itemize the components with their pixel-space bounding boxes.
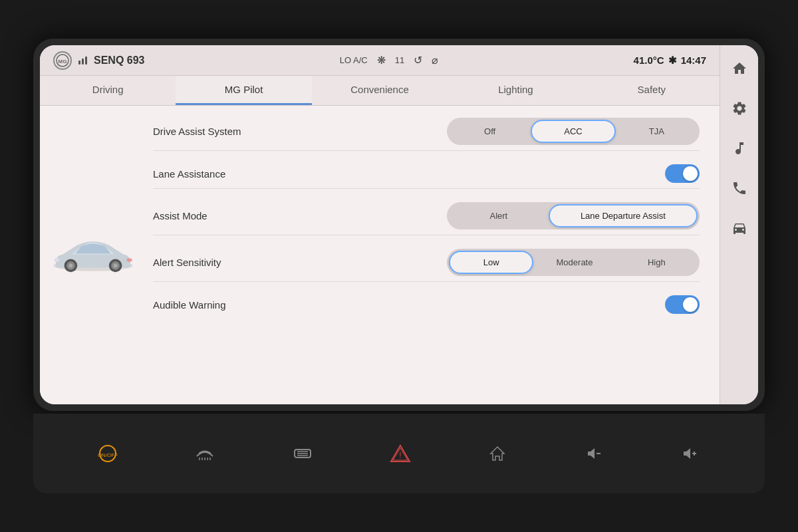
drive-assist-acc[interactable]: ACC (531, 120, 615, 143)
svg-text:MG: MG (59, 59, 67, 65)
car-icon (732, 220, 747, 236)
toggle-knob (683, 166, 698, 181)
home-phys-btn[interactable] (487, 444, 507, 464)
status-center: LO A/C ❋ 11 ↺ ⌀ (340, 54, 438, 66)
app-logo: MG (53, 51, 72, 70)
alert-sensitivity-group: Low Moderate High (447, 249, 700, 276)
content-area: Drive Assist System Off ACC TJA Lane Ass… (40, 106, 720, 404)
phone-icon (732, 180, 747, 196)
drive-assist-group: Off ACC TJA (447, 118, 700, 145)
audible-warning-label: Audible Warning (153, 299, 273, 311)
defrost-front-icon (194, 443, 215, 464)
audible-warning-toggle[interactable] (665, 295, 700, 314)
fan-speed: 11 (395, 55, 404, 65)
svg-point-9 (54, 258, 59, 262)
alert-moderate[interactable]: Moderate (533, 251, 615, 274)
svg-text:ON/OFF: ON/OFF (98, 452, 118, 458)
assist-mode-lda[interactable]: Lane Departure Assist (549, 204, 698, 227)
defrost-rear-btn[interactable] (292, 443, 313, 464)
alert-low[interactable]: Low (449, 251, 533, 274)
assist-mode-label: Assist Mode (153, 210, 273, 221)
recirculate-icon: ↺ (414, 54, 422, 66)
settings-panel: Drive Assist System Off ACC TJA Lane Ass… (146, 106, 720, 404)
status-bar: MG SENQ 693 LO A/C ❋ 11 ↺ ⌀ (40, 45, 720, 76)
home-icon (732, 61, 747, 76)
svg-point-8 (114, 263, 118, 267)
tab-bar: Driving MG Pilot Convenience Lighting Sa… (40, 76, 720, 106)
home-phys-icon (487, 444, 507, 464)
drive-assist-row: Drive Assist System Off ACC TJA (153, 112, 700, 151)
sidebar-phone-btn[interactable] (726, 175, 753, 201)
drive-assist-off[interactable]: Off (449, 120, 531, 143)
lane-assist-toggle[interactable] (665, 164, 700, 183)
station-name: SENQ 693 (94, 55, 144, 66)
tab-lighting[interactable]: Lighting (448, 76, 583, 105)
bluetooth-icon: ✱ (668, 55, 677, 66)
car-image (47, 229, 140, 282)
svg-point-5 (69, 263, 73, 267)
status-right: 41.0°C ✱ 14:47 (634, 55, 706, 66)
music-icon (732, 140, 747, 156)
physical-controls: ON/OFF ! (33, 414, 765, 493)
hazard-icon: ! (390, 443, 411, 464)
svg-text:!: ! (399, 451, 401, 460)
alert-sensitivity-row: Alert Sensitivity Low Moderate High (153, 243, 700, 282)
tab-mgpilot[interactable]: MG Pilot (176, 76, 311, 105)
assist-mode-group: Alert Lane Departure Assist (447, 202, 700, 229)
main-content: MG SENQ 693 LO A/C ❋ 11 ↺ ⌀ (40, 45, 720, 404)
screen-frame: MG SENQ 693 LO A/C ❋ 11 ↺ ⌀ (33, 39, 765, 411)
drive-assist-label: Drive Assist System (153, 126, 273, 137)
main-screen: MG SENQ 693 LO A/C ❋ 11 ↺ ⌀ (40, 45, 758, 404)
clock: 14:47 (681, 55, 706, 66)
defrost-rear-icon (292, 443, 313, 464)
tab-safety[interactable]: Safety (584, 76, 720, 105)
right-sidebar (720, 45, 758, 404)
power-icon: ON/OFF (98, 444, 118, 464)
gear-icon (732, 100, 747, 116)
hazard-btn[interactable]: ! (390, 443, 411, 464)
vol-up-icon (680, 444, 700, 464)
assist-mode-alert[interactable]: Alert (449, 204, 549, 227)
drive-assist-tja[interactable]: TJA (616, 120, 698, 143)
ac-mode-icon: ⌀ (432, 54, 438, 66)
power-btn[interactable]: ON/OFF (98, 444, 118, 464)
sidebar-car-btn[interactable] (726, 215, 753, 241)
audible-toggle-knob (683, 297, 698, 312)
signal-bars (78, 57, 87, 65)
temperature: 41.0°C (634, 55, 664, 66)
ac-label: LO A/C (340, 55, 368, 65)
defrost-front-btn[interactable] (194, 443, 215, 464)
alert-sensitivity-label: Alert Sensitivity (153, 257, 273, 268)
vol-down-btn[interactable] (584, 444, 604, 464)
svg-point-10 (126, 258, 132, 262)
status-left: MG SENQ 693 (53, 51, 144, 70)
assist-mode-row: Assist Mode Alert Lane Departure Assist (153, 197, 700, 235)
vol-down-icon (584, 444, 604, 464)
sidebar-music-btn[interactable] (726, 135, 753, 162)
lane-assist-label: Lane Assistance (153, 168, 273, 180)
tab-convenience[interactable]: Convenience (312, 76, 448, 105)
sidebar-home-btn[interactable] (726, 55, 753, 82)
tab-driving[interactable]: Driving (40, 76, 176, 105)
lane-assist-row: Lane Assistance (153, 159, 700, 189)
car-image-panel (40, 106, 146, 404)
vol-up-btn[interactable] (680, 444, 700, 464)
fan-icon: ❋ (377, 54, 386, 66)
audible-warning-row: Audible Warning (153, 290, 700, 319)
alert-high[interactable]: High (616, 251, 698, 274)
sidebar-settings-btn[interactable] (726, 95, 753, 122)
